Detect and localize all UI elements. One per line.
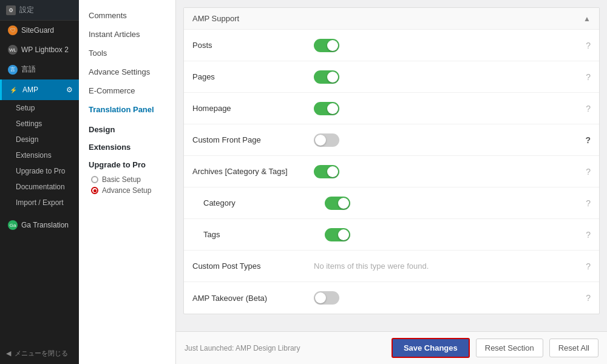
- content-area: AMP Support ▲ Posts ?: [176, 0, 607, 331]
- section-chevron-icon[interactable]: ▲: [583, 15, 591, 23]
- pages-toggle[interactable]: [314, 70, 339, 84]
- category-toggle-track: [325, 197, 350, 210]
- sidebar-sub-design[interactable]: Design: [0, 132, 79, 147]
- custom-post-types-label: Custom Post Types: [192, 261, 314, 271]
- submenu-e-commerce[interactable]: E-Commerce: [79, 81, 175, 100]
- category-label: Category: [203, 198, 325, 207]
- submenu-tools-label: Tools: [89, 49, 107, 58]
- submenu-advance-settings-label: Advance Settings: [89, 67, 150, 76]
- row-custom-post-types: Custom Post Types No items of this type …: [184, 251, 599, 282]
- amp-takeover-label: AMP Takeover (Beta): [192, 294, 314, 303]
- custom-post-types-info-icon[interactable]: ?: [586, 261, 591, 271]
- sidebar-header-title: 設定: [19, 5, 34, 15]
- archives-label: Archives [Category & Tags]: [192, 167, 314, 176]
- row-posts: Posts ?: [184, 30, 599, 61]
- custom-front-page-toggle-thumb: [315, 135, 326, 146]
- custom-front-page-label: Custom Front Page: [192, 135, 314, 144]
- reset-section-button[interactable]: Reset Section: [476, 339, 543, 357]
- posts-toggle-thumb: [327, 40, 338, 51]
- no-items-text: No items of this type were found.: [314, 261, 429, 271]
- reset-all-button[interactable]: Reset All: [549, 339, 599, 357]
- amp-takeover-info-icon[interactable]: ?: [586, 293, 591, 303]
- submenu-tools[interactable]: Tools: [79, 44, 175, 62]
- footer-launched-text: Just Launched: AMP Design Library: [185, 344, 385, 352]
- pages-info-icon[interactable]: ?: [586, 72, 591, 82]
- section-header: AMP Support ▲: [184, 8, 599, 30]
- row-custom-front-page: Custom Front Page ?: [184, 124, 599, 156]
- main-content: AMP Support ▲ Posts ?: [176, 0, 607, 364]
- section-title: AMP Support: [192, 14, 239, 23]
- category-info-icon[interactable]: ?: [586, 198, 591, 208]
- sidebar-item-wplightbox[interactable]: WL WP Lightbox 2: [0, 40, 79, 59]
- custom-front-page-toggle[interactable]: [314, 133, 339, 147]
- submenu-comments-label: Comments: [89, 11, 127, 20]
- row-homepage: Homepage ?: [184, 93, 599, 124]
- submenu-translation-panel-label: Translation Panel: [89, 105, 154, 114]
- archives-control: [314, 165, 586, 178]
- row-pages: Pages ?: [184, 61, 599, 93]
- submenu-advance-settings[interactable]: Advance Settings: [79, 62, 175, 81]
- translation-icon: Ga: [8, 220, 18, 230]
- amp-gear-icon[interactable]: ⚙: [66, 86, 73, 94]
- radio-basic-dot: [91, 176, 98, 183]
- submenu-translation-panel[interactable]: Translation Panel: [79, 100, 175, 119]
- tags-toggle-track: [325, 228, 350, 241]
- sidebar-item-siteguard[interactable]: 🛡 SiteGuard: [0, 21, 79, 40]
- submenu-panel: Comments Instant Articles Tools Advance …: [79, 0, 176, 364]
- row-category: Category ?: [184, 187, 599, 219]
- close-menu-icon: ◀: [6, 349, 11, 357]
- tags-toggle[interactable]: [325, 228, 350, 241]
- sidebar-item-lang-label: 言語: [21, 64, 36, 75]
- submenu-instant-articles[interactable]: Instant Articles: [79, 25, 175, 44]
- posts-toggle[interactable]: [314, 39, 339, 52]
- homepage-toggle-thumb: [327, 103, 338, 114]
- submenu-section-extensions: Extensions: [79, 136, 175, 154]
- sidebar-sub-upgrade[interactable]: Upgrade to Pro: [0, 163, 79, 179]
- archives-toggle-thumb: [327, 166, 338, 177]
- homepage-toggle[interactable]: [314, 102, 339, 115]
- archives-toggle-track: [314, 165, 339, 178]
- radio-advance-setup[interactable]: Advance Setup: [91, 186, 166, 195]
- sidebar-item-amp[interactable]: ⚡ AMP ⚙: [0, 79, 79, 100]
- amp-takeover-control: [314, 291, 586, 305]
- wplightbox-icon: WL: [8, 45, 18, 55]
- tags-info-icon[interactable]: ?: [586, 230, 591, 240]
- close-menu-button[interactable]: ◀ メニューを閉じる: [0, 343, 79, 364]
- radio-basic-label: Basic Setup: [102, 175, 141, 184]
- amp-takeover-toggle[interactable]: [314, 291, 339, 305]
- category-control: [325, 197, 586, 210]
- archives-toggle[interactable]: [314, 165, 339, 178]
- pages-label: Pages: [192, 72, 314, 81]
- sidebar-sub-settings[interactable]: Settings: [0, 116, 79, 132]
- pages-control: [314, 70, 586, 84]
- submenu-comments[interactable]: Comments: [79, 6, 175, 25]
- save-changes-button[interactable]: Save Changes: [392, 338, 470, 358]
- radio-basic-setup[interactable]: Basic Setup: [91, 175, 166, 184]
- posts-info-icon[interactable]: ?: [586, 41, 591, 50]
- category-toggle[interactable]: [325, 197, 350, 210]
- radio-advance-dot: [91, 187, 98, 194]
- siteguard-icon: 🛡: [8, 25, 18, 35]
- radio-advance-label: Advance Setup: [102, 186, 151, 195]
- sidebar-item-translation[interactable]: Ga Ga Translation: [0, 215, 79, 235]
- custom-front-page-info-icon[interactable]: ?: [585, 135, 591, 145]
- homepage-info-icon[interactable]: ?: [586, 104, 591, 113]
- tags-label: Tags: [203, 230, 325, 239]
- archives-info-icon[interactable]: ?: [586, 167, 591, 177]
- sidebar-sub-import[interactable]: Import / Export: [0, 195, 79, 211]
- custom-post-types-control: No items of this type were found.: [314, 261, 586, 271]
- close-menu-label: メニューを閉じる: [15, 349, 68, 358]
- sidebar-item-lang[interactable]: 言 言語: [0, 59, 79, 79]
- sidebar-sub-extensions[interactable]: Extensions: [0, 147, 79, 163]
- settings-header-icon: ⚙: [6, 5, 16, 15]
- lang-icon: 言: [8, 65, 18, 75]
- submenu-section-upgrade: Upgrade to Pro: [79, 154, 175, 172]
- amp-support-panel: AMP Support ▲ Posts ?: [183, 7, 600, 314]
- footer-bar: Just Launched: AMP Design Library Save C…: [176, 331, 607, 364]
- row-tags: Tags ?: [184, 219, 599, 251]
- tags-control: [325, 228, 586, 241]
- sidebar-item-translation-label: Ga Translation: [21, 221, 69, 229]
- sidebar-sub-docs[interactable]: Documentation: [0, 179, 79, 195]
- left-sidebar: ⚙ 設定 🛡 SiteGuard WL WP Lightbox 2 言 言語 ⚡…: [0, 0, 79, 364]
- sidebar-sub-setup[interactable]: Setup: [0, 100, 79, 116]
